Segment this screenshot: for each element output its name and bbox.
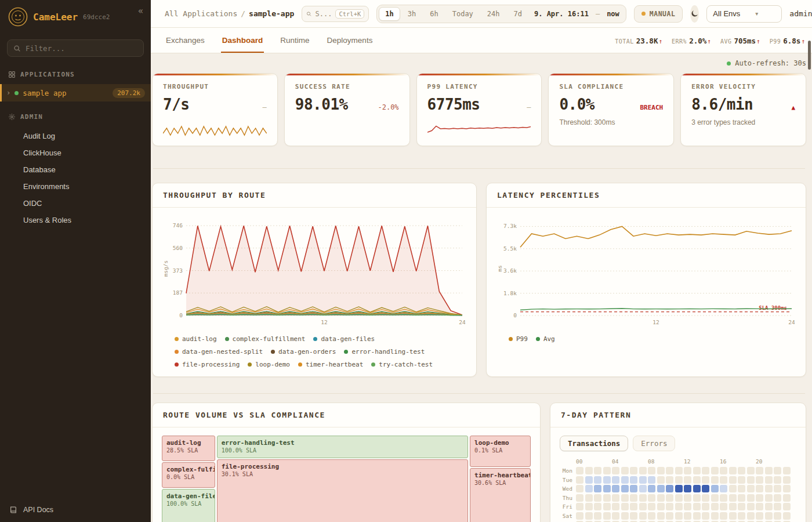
heatmap-cell[interactable]: [594, 485, 601, 492]
heatmap-cell[interactable]: [774, 467, 781, 474]
user-menu[interactable]: admin: [789, 9, 812, 18]
manual-refresh-button[interactable]: MANUAL: [634, 5, 683, 23]
toggle-errors[interactable]: Errors: [633, 436, 675, 451]
heatmap-cell[interactable]: [729, 503, 737, 510]
heatmap-cell[interactable]: [657, 485, 665, 492]
legend-item-data-gen-nested-split[interactable]: data-gen-nested-split: [175, 348, 263, 356]
heatmap-cell[interactable]: [585, 476, 593, 484]
heatmap-cell[interactable]: [639, 476, 647, 484]
dark-mode-toggle[interactable]: [690, 5, 699, 23]
heatmap-cell[interactable]: [693, 476, 701, 484]
heatmap-cell[interactable]: [765, 512, 773, 520]
heatmap-cell[interactable]: [648, 494, 655, 502]
heatmap-cell[interactable]: [756, 503, 763, 510]
heatmap-cell[interactable]: [621, 503, 629, 510]
heatmap-cell[interactable]: [747, 476, 755, 484]
treemap-cell-loop-demo[interactable]: loop-demo0.1% SLA: [470, 436, 531, 467]
heatmap-cell[interactable]: [666, 467, 673, 474]
heatmap-cell[interactable]: [630, 494, 637, 502]
heatmap-cell[interactable]: [657, 476, 665, 484]
sidebar-item-oidc[interactable]: OIDC: [0, 195, 151, 212]
heatmap-cell[interactable]: [747, 494, 755, 502]
treemap-cell-complex-fulfil[interactable]: complex-fulfil...0.0% SLA: [162, 462, 215, 487]
heatmap-cell[interactable]: [756, 467, 763, 474]
heatmap-cell[interactable]: [711, 467, 719, 474]
heatmap-cell[interactable]: [639, 485, 647, 492]
legend-item-loop-demo[interactable]: loop-demo: [248, 361, 290, 368]
heatmap-cell[interactable]: [720, 467, 727, 474]
heatmap-cell[interactable]: [684, 503, 691, 510]
heatmap-cell[interactable]: [729, 512, 737, 520]
heatmap-cell[interactable]: [576, 503, 583, 510]
heatmap-cell[interactable]: [675, 494, 683, 502]
tab-dashboard[interactable]: Dashboard: [221, 28, 264, 53]
heatmap-cell[interactable]: [693, 494, 701, 502]
legend-item-p99[interactable]: P99: [509, 335, 528, 343]
heatmap-cell[interactable]: [612, 512, 619, 520]
sidebar-item-users-roles[interactable]: Users & Roles: [0, 212, 151, 229]
heatmap-cell[interactable]: [693, 467, 701, 474]
heatmap-cell[interactable]: [747, 485, 755, 492]
heatmap-cell[interactable]: [594, 467, 601, 474]
env-select[interactable]: All Envs ▾: [706, 5, 782, 23]
heatmap-cell[interactable]: [666, 494, 673, 502]
heatmap-cell[interactable]: [621, 476, 629, 484]
treemap-cell-file-processing[interactable]: file-processing30.1% SLA: [217, 459, 468, 522]
heatmap-cell[interactable]: [648, 467, 655, 474]
heatmap-cell[interactable]: [702, 485, 709, 492]
heatmap-cell[interactable]: [603, 512, 611, 520]
heatmap-cell[interactable]: [738, 503, 745, 510]
heatmap-cell[interactable]: [711, 494, 719, 502]
heatmap-cell[interactable]: [657, 512, 665, 520]
heatmap-cell[interactable]: [693, 512, 701, 520]
heatmap-cell[interactable]: [666, 512, 673, 520]
heatmap-cell[interactable]: [675, 512, 683, 520]
heatmap-cell[interactable]: [702, 494, 709, 502]
heatmap-cell[interactable]: [594, 494, 601, 502]
heatmap-cell[interactable]: [702, 476, 709, 484]
heatmap-cell[interactable]: [585, 503, 593, 510]
treemap-cell-audit-log[interactable]: audit-log28.5% SLA: [162, 436, 215, 461]
heatmap-cell[interactable]: [756, 485, 763, 492]
heatmap-cell[interactable]: [603, 494, 611, 502]
heatmap-cell[interactable]: [612, 476, 619, 484]
heatmap-cell[interactable]: [621, 485, 629, 492]
time-range-7d[interactable]: 7d: [507, 7, 528, 21]
heatmap-cell[interactable]: [639, 503, 647, 510]
heatmap-cell[interactable]: [729, 476, 737, 484]
heatmap-cell[interactable]: [783, 503, 791, 510]
heatmap-cell[interactable]: [756, 494, 763, 502]
heatmap-cell[interactable]: [711, 503, 719, 510]
time-range-1h[interactable]: 1h: [379, 7, 400, 21]
heatmap-cell[interactable]: [729, 485, 737, 492]
heatmap-cell[interactable]: [603, 467, 611, 474]
heatmap-cell[interactable]: [774, 503, 781, 510]
heatmap-cell[interactable]: [675, 476, 683, 484]
sidebar-item-clickhouse[interactable]: ClickHouse: [0, 144, 151, 161]
heatmap-cell[interactable]: [738, 485, 745, 492]
search-input[interactable]: S... Ctrl+K: [302, 6, 369, 22]
heatmap-cell[interactable]: [711, 476, 719, 484]
heatmap-cell[interactable]: [765, 503, 773, 510]
heatmap-cell[interactable]: [594, 512, 601, 520]
sidebar-item-audit-log[interactable]: Audit Log: [0, 128, 151, 144]
heatmap-cell[interactable]: [666, 485, 673, 492]
heatmap-cell[interactable]: [603, 485, 611, 492]
heatmap-cell[interactable]: [576, 476, 583, 484]
heatmap-cell[interactable]: [711, 485, 719, 492]
heatmap-cell[interactable]: [720, 485, 727, 492]
legend-item-complex-fulfillment[interactable]: complex-fulfillment: [225, 335, 306, 343]
heatmap-cell[interactable]: [765, 494, 773, 502]
heatmap-cell[interactable]: [621, 467, 629, 474]
heatmap-cell[interactable]: [612, 494, 619, 502]
heatmap-cell[interactable]: [621, 494, 629, 502]
heatmap-cell[interactable]: [765, 467, 773, 474]
heatmap-cell[interactable]: [684, 485, 691, 492]
date-from-button[interactable]: 9. Apr. 16:11: [530, 8, 593, 20]
heatmap-cell[interactable]: [603, 503, 611, 510]
tab-runtime[interactable]: Runtime: [279, 28, 310, 53]
heatmap-cell[interactable]: [720, 503, 727, 510]
heatmap-cell[interactable]: [576, 512, 583, 520]
heatmap-cell[interactable]: [738, 512, 745, 520]
heatmap-cell[interactable]: [648, 485, 655, 492]
